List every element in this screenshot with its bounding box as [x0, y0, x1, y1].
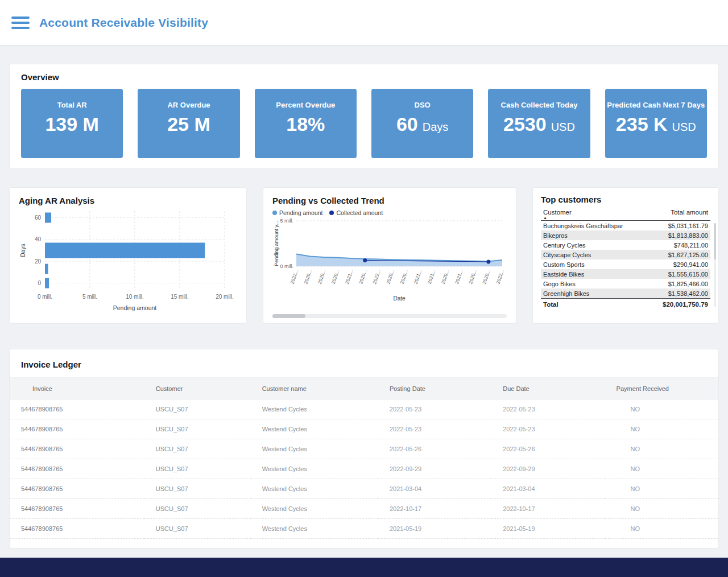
cell-invoice: 544678908765: [10, 479, 144, 499]
cell-payment-received: NO: [605, 459, 718, 479]
kpi-value: 235 KUSD: [616, 113, 696, 135]
column-header-customer[interactable]: Customer ▲: [541, 208, 647, 221]
tick-label: 2020...: [317, 269, 327, 285]
legend-label: Collected amount: [336, 209, 383, 216]
column-header-customer[interactable]: Customer: [144, 378, 251, 399]
top-customer-row[interactable]: Custom Sports$290,941.00: [541, 259, 710, 269]
customer-cell: Custom Sports: [541, 259, 647, 269]
cell-customer: USCU_S07: [144, 399, 251, 419]
kpi-number: 2530: [503, 113, 547, 135]
legend-dot: [329, 211, 334, 215]
customer-cell: Greenhigh Bikes: [541, 288, 647, 299]
y-axis-label: Days: [20, 244, 26, 257]
invoice-row[interactable]: 544678908765USCU_S07Westend Cycles2022-0…: [10, 439, 718, 459]
trend-title: Pending vs Collected Trend: [272, 196, 507, 205]
invoice-row[interactable]: 544678908765USCU_S07Westend Cycles2021-0…: [10, 479, 718, 499]
column-header-due-date[interactable]: Due Date: [491, 378, 605, 399]
menu-icon[interactable]: [11, 17, 30, 29]
customer-cell: Buchungskreis Geschäftspar: [541, 221, 647, 231]
top-customer-row[interactable]: Cityscape Cycles$1,627,125.00: [541, 250, 710, 259]
kpi-unit: USD: [672, 121, 696, 134]
invoice-ledger-section: Invoice Ledger InvoiceCustomerCustomer n…: [9, 349, 719, 549]
invoice-row[interactable]: 544678908765USCU_S07Westend Cycles2021-0…: [10, 519, 718, 539]
amount-cell: $1,627,125.00: [647, 250, 710, 259]
cell-customer: USCU_S07: [144, 459, 251, 479]
top-customers-scrollbar[interactable]: [714, 223, 716, 307]
invoice-row[interactable]: 544678908765USCU_S07Westend Cycles2022-0…: [10, 459, 718, 479]
trend-horizontal-scrollbar[interactable]: [272, 314, 507, 318]
amount-cell: $290,941.00: [647, 259, 710, 269]
cell-customer-name: Westend Cycles: [251, 479, 378, 499]
tick-label: 15 mill.: [171, 294, 189, 300]
top-customer-row[interactable]: Gogo Bikes$1,825,466.00: [541, 279, 710, 288]
bar: [45, 213, 51, 223]
top-customer-row[interactable]: Eastside Bikes$1,555,615.00: [541, 269, 710, 279]
amount-cell: $1,813,883.00: [647, 230, 710, 240]
cell-due-date: 2022-05-23: [491, 419, 605, 439]
kpi-label: Percent Overdue: [276, 101, 335, 109]
column-header-total-amount[interactable]: Total amount: [647, 208, 710, 221]
cell-due-date: 2022-09-29: [491, 459, 605, 479]
tick-label: 40: [35, 236, 42, 242]
kpi-card-predicted-cash-next-7-days[interactable]: Predicted Cash Next 7 Days235 KUSD: [605, 89, 707, 158]
kpi-card-dso[interactable]: DSO60Days: [371, 89, 473, 158]
column-header-payment-received[interactable]: Payment Received: [605, 378, 718, 399]
invoice-ledger-body: 544678908765USCU_S07Westend Cycles2022-0…: [10, 399, 718, 539]
kpi-value: 25 M: [167, 113, 210, 135]
total-value: $20,001,750.79: [647, 299, 710, 310]
tick-label: 2021...: [427, 269, 437, 285]
scrollbar-thumb[interactable]: [714, 223, 716, 259]
tick-label: 2021...: [344, 269, 354, 285]
trend-legend: Pending amountCollected amount: [272, 209, 507, 216]
legend-item-pending-amount[interactable]: Pending amount: [272, 209, 322, 216]
kpi-card-ar-overdue[interactable]: AR Overdue25 M: [138, 89, 239, 158]
column-header-label: Customer: [543, 209, 572, 216]
kpi-card-cash-collected-today[interactable]: Cash Collected Today2530USD: [488, 89, 590, 158]
scrollbar-thumb[interactable]: [272, 314, 305, 318]
amount-cell: $1,538,462.00: [647, 288, 710, 299]
kpi-number: 139 M: [45, 113, 99, 135]
cell-due-date: 2021-03-04: [491, 479, 605, 499]
cell-posting-date: 2022-05-23: [378, 419, 491, 439]
legend-dot: [272, 211, 277, 215]
invoice-row[interactable]: 544678908765USCU_S07Westend Cycles2022-0…: [10, 419, 718, 439]
cell-customer: USCU_S07: [144, 439, 251, 459]
top-customer-row[interactable]: Bikepros$1,813,883.00: [541, 230, 710, 240]
dashboard-main: Overview Total AR139 MAR Overdue25 MPerc…: [0, 46, 728, 549]
tick-label: 2021...: [454, 269, 464, 285]
tick-label: 2020...: [481, 269, 491, 285]
column-header-customer-name[interactable]: Customer name: [251, 378, 378, 399]
page-title: Account Receivable Visibility: [39, 16, 208, 30]
kpi-label: Cash Collected Today: [501, 101, 578, 109]
cell-payment-received: NO: [605, 439, 718, 459]
kpi-number: 25 M: [167, 113, 210, 135]
invoice-row[interactable]: 544678908765USCU_S07Westend Cycles2022-1…: [10, 499, 718, 519]
app-header: Account Receivable Visibility: [0, 0, 728, 46]
overview-section: Overview Total AR139 MAR Overdue25 MPerc…: [9, 64, 719, 169]
kpi-card-percent-overdue[interactable]: Percent Overdue18%: [255, 89, 357, 158]
cell-posting-date: 2022-09-29: [378, 459, 491, 479]
tick-label: 2021...: [413, 269, 423, 285]
column-header-invoice[interactable]: Invoice: [10, 378, 144, 399]
kpi-number: 60: [396, 113, 418, 135]
column-header-posting-date[interactable]: Posting Date: [378, 378, 491, 399]
top-customer-row[interactable]: Greenhigh Bikes$1,538,462.00: [541, 288, 710, 299]
overview-title: Overview: [21, 72, 707, 82]
kpi-value: 18%: [286, 113, 325, 135]
top-customer-row[interactable]: Buchungskreis Geschäftspar$5,031,161.79: [541, 221, 710, 231]
legend-item-collected-amount[interactable]: Collected amount: [329, 209, 383, 216]
kpi-card-total-ar[interactable]: Total AR139 M: [21, 89, 123, 158]
tick-label: 5 mill.: [280, 218, 293, 224]
tick-label: 2020...: [440, 269, 450, 285]
invoice-row[interactable]: 544678908765USCU_S07Westend Cycles2022-0…: [10, 399, 718, 419]
tick-label: 5 mill.: [82, 294, 97, 300]
tick-label: 2022...: [495, 269, 505, 285]
kpi-value: 139 M: [45, 113, 99, 135]
cell-customer-name: Westend Cycles: [251, 499, 378, 519]
cell-customer: USCU_S07: [144, 419, 251, 439]
cell-customer-name: Westend Cycles: [251, 399, 378, 419]
menu-icon-bar: [11, 27, 30, 29]
kpi-number: 235 K: [616, 113, 668, 135]
kpi-row: Total AR139 MAR Overdue25 MPercent Overd…: [21, 89, 707, 158]
top-customer-row[interactable]: Century Cycles$748,211.00: [541, 240, 710, 250]
